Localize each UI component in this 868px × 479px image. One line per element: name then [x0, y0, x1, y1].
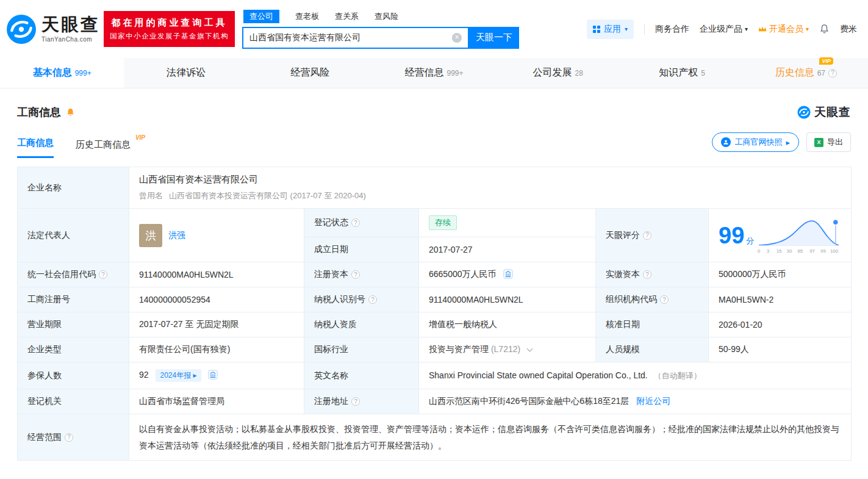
nearby-companies-link[interactable]: 附近公司 [636, 396, 670, 406]
legal-rep-label: 法定代表人 [18, 209, 129, 262]
notification-bell-icon[interactable] [819, 24, 830, 34]
reg-address-cell: 山西示范区南中环街426号国际金融中心6栋18至21层 附近公司 [419, 389, 852, 414]
chevron-down-icon: ▾ [625, 26, 628, 32]
search-tab-relation[interactable]: 查关系 [335, 10, 359, 23]
help-icon[interactable]: ? [368, 295, 377, 304]
search-tab-boss[interactable]: 查老板 [295, 10, 319, 23]
paid-capital: 5000000万人民币 [709, 262, 852, 287]
help-icon[interactable]: ? [643, 270, 651, 279]
export-button[interactable]: X 导出 [806, 132, 851, 152]
tianyancha-logo[interactable]: 天眼查 TianYanCha.com [6, 14, 100, 45]
table-row: 登记机关 山西省市场监督管理局 注册地址 ? 山西示范区南中环街426号国际金融… [18, 389, 852, 414]
tab-label: 知识产权 [659, 67, 698, 79]
tab-basic-info[interactable]: 基本信息 999+ [0, 58, 124, 88]
english-name: Shanxi Provincial State owned Capital Op… [429, 370, 648, 380]
help-icon[interactable]: ? [351, 397, 360, 406]
chevron-down-icon[interactable] [527, 346, 533, 352]
tab-operation-risk[interactable]: 经营风险 [248, 58, 372, 88]
search-tab-company[interactable]: 查公司 [243, 10, 279, 23]
slogan-line2: 国家中小企业发展子基金旗下机构 [110, 32, 229, 41]
taxpayer-quality: 增值税一般纳税人 [419, 312, 596, 337]
subtab-history-business-info[interactable]: 历史工商信息 VIP [76, 139, 131, 158]
industry-code: (L7212) [491, 344, 520, 354]
org-code-label-cell: 组织机构代码 ? [596, 287, 709, 312]
snapshot-icon [721, 137, 731, 147]
tab-company-development[interactable]: 公司发展 28 [496, 58, 620, 88]
score-label: 天眼评分 [606, 230, 640, 241]
legal-rep-link[interactable]: 洪强 [168, 230, 185, 241]
score-marker-pin [833, 219, 839, 225]
business-scope-label-cell: 经营范围 ? [18, 414, 129, 461]
help-icon[interactable]: ? [65, 433, 73, 442]
tab-history-info[interactable]: VIP 历史信息 67 ? [744, 58, 868, 88]
tab-legal-litigation[interactable]: 法律诉讼 [124, 58, 248, 88]
table-row: 统一社会信用代码 ? 91140000MA0HL5WN2L 注册资本 ? 666… [18, 262, 852, 287]
search-tab-risk[interactable]: 查风险 [375, 10, 398, 23]
status-badge: 存续 [429, 215, 457, 230]
help-icon[interactable]: ? [351, 270, 360, 279]
header-right-nav: 应用 ▾ 商务合作 企业级产品 ▾ 开通会员 ▾ 费米 [587, 20, 857, 39]
tab-count: 999+ [75, 69, 91, 77]
business-scope-label: 经营范围 [27, 432, 62, 443]
apps-grid-icon [593, 26, 600, 33]
help-icon[interactable]: ? [828, 69, 837, 77]
brand-slogan: 都在用的商业查询工具 国家中小企业发展子基金旗下机构 [104, 11, 235, 47]
company-name: 山西省国有资本运营有限公司 [139, 174, 841, 185]
vip-badge: VIP [135, 134, 145, 141]
paid-capital-label: 实缴资本 [606, 269, 640, 280]
chevron-down-icon: ▾ [806, 26, 809, 32]
reg-authority: 山西省市场监督管理局 [129, 389, 304, 414]
help-icon[interactable]: ? [643, 231, 651, 240]
search-button[interactable]: 天眼一下 [469, 27, 519, 49]
svg-text:3: 3 [767, 248, 770, 253]
tab-label: 基本信息 [33, 67, 72, 79]
reg-capital-label: 注册资本 [314, 269, 348, 280]
table-row: 营业期限 2017-07-27 至 无固定期限 纳税人资质 增值税一般纳税人 核… [18, 312, 852, 337]
search-area: 查公司 查老板 查关系 查风险 × 天眼一下 [242, 10, 519, 49]
open-vip-link[interactable]: 开通会员 ▾ [758, 24, 809, 35]
table-row: 工商注册号 140000000052954 纳税人识别号 ? 91140000M… [18, 287, 852, 312]
tab-count: 5 [701, 69, 705, 77]
vip-badge: VIP [819, 57, 833, 65]
subtab-business-info[interactable]: 工商信息 [17, 137, 54, 158]
help-icon[interactable]: ? [99, 270, 107, 279]
help-icon[interactable]: ? [351, 218, 360, 227]
search-input[interactable] [249, 33, 452, 43]
taxpayer-id-label-cell: 纳税人识别号 ? [304, 287, 419, 312]
business-scope: 以自有资金从事投资活动；以私募基金从事股权投资、投资管理、资产管理等活动；资本运… [129, 414, 852, 461]
taxpayer-id-label: 纳税人识别号 [314, 294, 365, 305]
clear-search-icon[interactable]: × [452, 33, 462, 43]
help-icon[interactable]: ? [660, 295, 669, 304]
svg-text:65: 65 [798, 248, 803, 253]
taxpayer-id: 91140000MA0HL5WN2L [419, 287, 596, 312]
insured-bank-icon[interactable] [208, 370, 218, 380]
tab-intellectual-property[interactable]: 知识产权 5 [620, 58, 744, 88]
capital-bank-icon[interactable] [503, 269, 513, 279]
reg-status-cell: 存续 [419, 209, 596, 237]
slogan-line1: 都在用的商业查询工具 [110, 17, 229, 29]
annual-report-badge[interactable]: 2024年报 ▸ [156, 369, 201, 382]
business-cooperation-link[interactable]: 商务合作 [655, 24, 689, 35]
reg-status-label-cell: 登记状态 ? [304, 209, 419, 237]
reg-address: 山西示范区南中环街426号国际金融中心6栋18至21层 [429, 396, 629, 406]
subscribe-bell-icon[interactable] [66, 107, 75, 117]
apps-menu-button[interactable]: 应用 ▾ [587, 20, 634, 39]
establish-date: 2017-07-27 [419, 237, 596, 262]
legal-rep-avatar[interactable]: 洪 [139, 224, 162, 247]
logo-text-en: TianYanCha.com [41, 37, 100, 43]
staff-size-label: 人员规模 [596, 337, 709, 362]
credit-code: 91140000MA0HL5WN2L [129, 262, 304, 287]
enterprise-product-link[interactable]: 企业级产品 ▾ [700, 24, 748, 35]
insured-cell: 92 2024年报 ▸ [129, 362, 304, 389]
tianyancha-swirl-icon [6, 14, 37, 45]
tab-operation-info[interactable]: 经营信息 999+ [372, 58, 496, 88]
user-menu[interactable]: 费米 [840, 24, 857, 35]
official-snapshot-button[interactable]: 工商官网快照 ▸ [712, 132, 799, 152]
tab-count: 28 [575, 69, 583, 77]
company-name-label: 企业名称 [18, 167, 129, 209]
company-name-cell: 山西省国有资本运营有限公司 曾用名 山西省国有资本投资运营有限公司 (2017-… [129, 167, 852, 209]
svg-text:30: 30 [787, 248, 792, 253]
score-unit: 分 [746, 236, 754, 247]
tab-label: 历史信息 [775, 67, 814, 79]
reg-capital-cell: 6665000万人民币 [419, 262, 596, 287]
